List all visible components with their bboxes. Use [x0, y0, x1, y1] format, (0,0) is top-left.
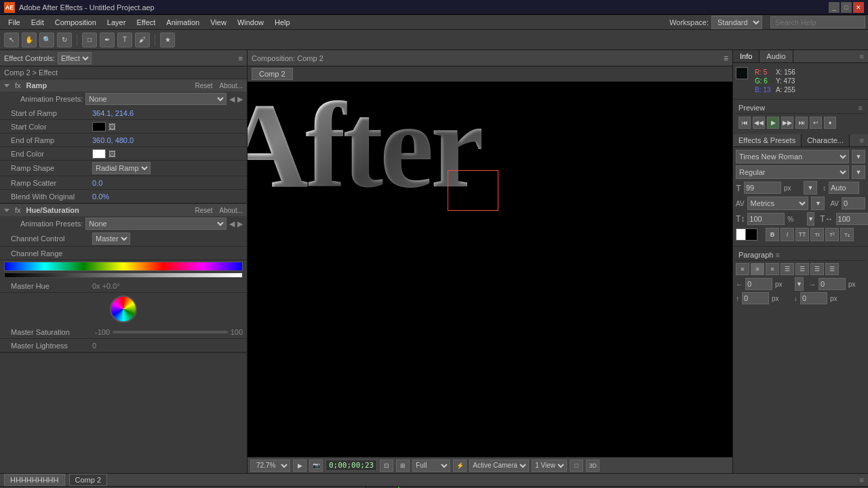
preview-last-btn[interactable]: ⏭ [795, 117, 808, 129]
always-preview-btn[interactable]: ▶ [293, 460, 307, 472]
start-color-eyedropper[interactable]: 🖼 [108, 123, 116, 131]
start-of-ramp-value[interactable]: 364.1, 214.6 [92, 109, 134, 117]
caps-btn[interactable]: TT [795, 228, 809, 241]
effects-presets-tab[interactable]: Effects & Presets [733, 134, 802, 146]
ramp-anim-prev-btn[interactable]: ◀ [229, 95, 235, 104]
hue-sat-about-btn[interactable]: About... [220, 207, 243, 214]
horiz-scale-input[interactable] [836, 213, 868, 225]
hue-wheel[interactable] [110, 296, 137, 323]
ramp-anim-presets-select[interactable]: None [85, 93, 226, 105]
hue-sat-header[interactable]: fx Hue/Saturation Reset About... [0, 204, 247, 216]
3d-btn[interactable]: 3D [586, 460, 599, 472]
menu-file[interactable]: File [3, 17, 26, 28]
resolution-select[interactable]: Full Half Quarter [412, 460, 450, 472]
left-indent-btn[interactable]: ▼ [795, 277, 804, 291]
tool-pen[interactable]: ✒ [100, 33, 115, 47]
tool-hand[interactable]: ✋ [22, 33, 37, 47]
stroke-color-swatch[interactable] [745, 228, 757, 241]
master-hue-value[interactable]: 0x +0.0° [92, 282, 120, 290]
leading-input[interactable] [829, 182, 859, 194]
preview-menu[interactable]: ≡ [859, 104, 863, 112]
transparency-grid-btn[interactable]: ⊞ [396, 460, 410, 472]
ramp-about-btn[interactable]: About... [220, 82, 243, 89]
bold-btn[interactable]: B [766, 228, 779, 241]
maximize-button[interactable]: □ [841, 2, 852, 13]
menu-layer[interactable]: Layer [102, 17, 132, 28]
ramp-shape-select[interactable]: Radial Ramp Linear Ramp [92, 162, 151, 174]
tl-tab-comp2[interactable]: Comp 2 [69, 474, 108, 486]
preview-next-btn[interactable]: ▶▶ [781, 117, 793, 129]
align-right-btn[interactable]: ≡ [766, 263, 779, 275]
search-help-input[interactable] [770, 16, 865, 28]
preview-prev-btn[interactable]: ◀◀ [753, 117, 765, 129]
justify-right-btn[interactable]: ☰ [810, 263, 824, 275]
font-options-btn[interactable]: ▼ [852, 150, 865, 163]
tool-text[interactable]: T [117, 33, 132, 47]
vert-scale-input[interactable] [747, 213, 785, 225]
tool-puppet[interactable]: ★ [160, 33, 175, 47]
tool-select[interactable]: ↖ [4, 33, 19, 47]
hue-sat-anim-next[interactable]: ▶ [237, 220, 243, 228]
comp-panel-menu[interactable]: ≡ [724, 54, 728, 63]
font-size-input[interactable] [744, 182, 781, 194]
menu-edit[interactable]: Edit [26, 17, 50, 28]
render-btn[interactable]: □ [570, 460, 583, 472]
hue-sat-anim-prev[interactable]: ◀ [229, 220, 235, 228]
super-btn[interactable]: T² [825, 228, 839, 241]
tool-brush[interactable]: 🖌 [135, 33, 150, 47]
right-indent-input[interactable] [818, 278, 846, 290]
fx-panel-menu[interactable]: ≡ [856, 134, 868, 146]
ramp-anim-next-btn[interactable]: ▶ [237, 95, 243, 104]
info-panel-menu[interactable]: ≡ [856, 50, 868, 62]
zoom-select[interactable]: 72.7% 100% 50% [250, 460, 290, 472]
minimize-button[interactable]: _ [829, 2, 840, 13]
tracking-input[interactable] [842, 197, 865, 209]
small-caps-btn[interactable]: Tt [810, 228, 824, 241]
font-style-select[interactable]: Regular Bold Italic [736, 165, 849, 179]
ramp-reset-btn[interactable]: Reset [195, 82, 212, 89]
paragraph-menu[interactable]: ≡ [775, 251, 779, 259]
channel-control-select[interactable]: Master [92, 232, 130, 245]
comp-viewport[interactable]: After [248, 82, 732, 457]
tool-zoom[interactable]: 🔍 [39, 33, 54, 47]
kerning-select[interactable]: Metrics Optical [747, 197, 809, 210]
kerning-btn[interactable]: ▼ [811, 197, 825, 210]
workspace-select[interactable]: Standard [711, 16, 762, 29]
character-tab[interactable]: Characte... [802, 134, 850, 146]
justify-left-btn[interactable]: ☰ [781, 263, 794, 275]
italic-btn[interactable]: I [781, 228, 794, 241]
menu-view[interactable]: View [205, 17, 232, 28]
comp-tab[interactable]: Comp 2 [252, 68, 293, 80]
tl-tab-hhh[interactable]: HHHHHHHHH [4, 474, 65, 486]
start-color-swatch[interactable] [92, 122, 106, 131]
font-style-btn[interactable]: ▼ [852, 165, 865, 179]
effect-target-select[interactable]: Effect [58, 52, 92, 64]
end-color-eyedropper[interactable]: 🖼 [108, 150, 116, 158]
menu-effect[interactable]: Effect [131, 17, 161, 28]
align-center-btn[interactable]: ≡ [751, 263, 764, 275]
end-color-swatch[interactable] [92, 149, 106, 159]
font-size-unit-btn[interactable]: ▼ [804, 181, 817, 195]
region-of-interest-btn[interactable]: ⊡ [380, 460, 393, 472]
sub-btn[interactable]: T₂ [840, 228, 854, 241]
align-left-btn[interactable]: ≡ [736, 263, 749, 275]
font-name-select[interactable]: Times New Roman Arial Helvetica [736, 150, 849, 163]
menu-window[interactable]: Window [232, 17, 269, 28]
space-after-input[interactable] [800, 292, 827, 304]
menu-help[interactable]: Help [269, 17, 296, 28]
preview-loop-btn[interactable]: ↩ [810, 117, 822, 129]
space-before-input[interactable] [742, 292, 769, 304]
fast-preview-btn[interactable]: ⚡ [453, 460, 467, 472]
left-indent-input[interactable] [745, 278, 772, 290]
audio-tab[interactable]: Audio [760, 50, 793, 62]
view-select[interactable]: 1 View [532, 460, 567, 472]
preview-cache-btn[interactable]: ♦ [824, 117, 836, 129]
menu-composition[interactable]: Composition [50, 17, 102, 28]
tool-rect[interactable]: □ [82, 33, 97, 47]
vert-scale-btn[interactable]: ▼ [807, 212, 814, 226]
menu-animation[interactable]: Animation [161, 17, 205, 28]
info-tab[interactable]: Info [733, 50, 760, 62]
saturation-slider[interactable] [113, 331, 228, 333]
panel-menu-btn[interactable]: ≡ [239, 54, 243, 62]
ramp-header[interactable]: fx Ramp Reset About... [0, 79, 247, 92]
